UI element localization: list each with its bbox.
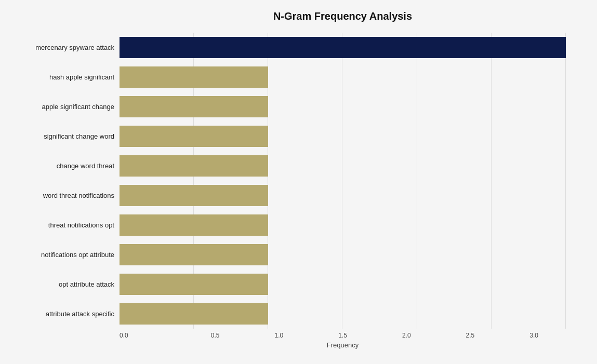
bar-label: word threat notifications [10,192,120,199]
x-axis: 0.00.51.01.52.02.53.0 [120,332,566,339]
bar-plot [120,210,566,240]
x-tick: 2.5 [439,332,502,339]
x-axis-label: Frequency [120,341,566,349]
bar-plot [120,122,566,151]
x-tick: 1.0 [247,332,311,339]
bar-plot [120,240,566,269]
chart-container: N-Gram Frequency Analysis mercenary spyw… [0,0,597,364]
bar-row: significant change word [10,122,566,151]
bar [120,37,566,58]
bar [120,274,268,295]
bar-label: significant change word [10,132,120,140]
bar-label: hash apple significant [10,73,120,81]
bar-row: change word threat [10,151,566,181]
x-tick: 2.0 [375,332,439,339]
bar [120,66,268,88]
bar-label: attribute attack specific [10,310,120,318]
bar-row: opt attribute attack [10,269,566,299]
chart-title: N-Gram Frequency Analysis [10,10,566,22]
x-tick: 1.5 [311,332,375,339]
bar [120,185,268,206]
bar-label: opt attribute attack [10,280,120,288]
bar-row: threat notifications opt [10,210,566,240]
bar-row: mercenary spyware attack [10,33,566,62]
bar [120,244,268,265]
bar-label: mercenary spyware attack [10,44,120,51]
bar [120,126,268,147]
bar [120,155,268,177]
bar [120,214,268,236]
bar-label: threat notifications opt [10,221,120,229]
bar-label: notifications opt attribute [10,251,120,259]
bar-plot [120,299,566,329]
x-tick: 3.0 [502,332,566,339]
bar-row: notifications opt attribute [10,240,566,269]
bar [120,96,268,117]
bar-label: change word threat [10,162,120,170]
bar [120,303,268,325]
bar-row: apple significant change [10,92,566,122]
bar-row: word threat notifications [10,181,566,210]
x-tick: 0.0 [120,332,183,339]
bar-plot [120,151,566,181]
bar-row: hash apple significant [10,62,566,92]
bar-plot [120,92,566,122]
bar-plot [120,62,566,92]
bar-plot [120,33,566,62]
bar-plot [120,269,566,299]
bar-label: apple significant change [10,103,120,111]
bar-row: attribute attack specific [10,299,566,329]
x-tick: 0.5 [183,332,247,339]
chart-area: mercenary spyware attackhash apple signi… [10,33,566,329]
bar-plot [120,181,566,210]
